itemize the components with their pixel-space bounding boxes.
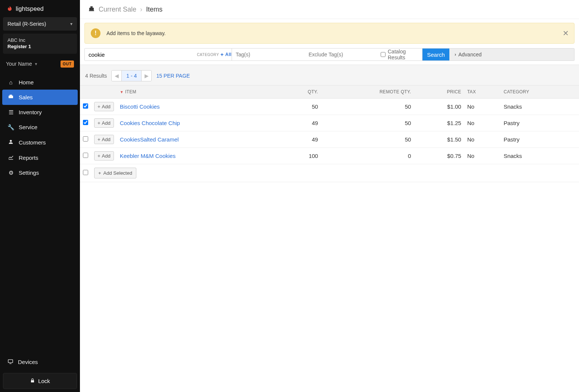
store-block[interactable]: ABC Inc Register 1 (3, 34, 77, 54)
row-checkbox[interactable] (83, 153, 88, 158)
add-button[interactable]: +Add (94, 118, 114, 128)
plus-icon: + (220, 52, 224, 57)
out-badge[interactable]: OUT (61, 60, 74, 68)
catalog-results-toggle[interactable]: Catalog Results (378, 49, 422, 60)
cell-tax: No (464, 148, 501, 164)
item-link[interactable]: CookiesSalted Caramel (120, 136, 179, 143)
tags-input[interactable] (232, 49, 305, 60)
cell-remote-qty: 50 (321, 115, 414, 131)
banner-text: Add items to the layaway. (106, 30, 165, 36)
row-checkbox[interactable] (83, 103, 88, 109)
add-label: Add (102, 120, 111, 126)
chevron-down-icon: ▾ (70, 21, 72, 27)
company-name: ABC Inc (7, 37, 72, 44)
devices-icon (7, 358, 13, 365)
category-filter[interactable]: CATEGORY +All (197, 49, 232, 60)
cell-category: Snacks (501, 99, 579, 115)
user-menu[interactable]: Your Name ▼ (6, 61, 38, 67)
col-price[interactable]: PRICE (414, 85, 464, 99)
select-all-checkbox[interactable] (83, 170, 88, 175)
col-remote-qty[interactable]: REMOTE QTY. (321, 85, 414, 99)
plus-icon: + (97, 153, 100, 159)
nav-customers[interactable]: Customers (0, 135, 80, 150)
advanced-toggle[interactable]: › Advanced (449, 49, 574, 60)
cell-qty: 49 (281, 131, 321, 148)
nav-label: Customers (19, 139, 46, 146)
plus-icon: + (97, 120, 100, 126)
col-checkbox (80, 85, 91, 99)
nav-home[interactable]: ⌂ Home (0, 75, 80, 90)
chevron-right-icon: › (455, 52, 456, 57)
svg-rect-7 (89, 8, 94, 10)
flame-icon (6, 5, 13, 13)
cell-price: $1.00 (414, 99, 464, 115)
svg-rect-1 (10, 94, 12, 96)
pager-range[interactable]: 1 - 4 (121, 71, 142, 81)
svg-point-2 (10, 140, 12, 141)
add-selected-label: Add Selected (103, 170, 132, 176)
col-tax[interactable]: TAX (464, 85, 501, 99)
warning-icon: ! (91, 28, 100, 38)
add-button[interactable]: +Add (94, 102, 114, 111)
nav-label: Settings (19, 169, 39, 176)
cell-price: $0.75 (414, 148, 464, 164)
lock-button[interactable]: Lock (3, 373, 77, 389)
cell-remote-qty: 50 (321, 99, 414, 115)
chevron-right-icon: › (140, 6, 142, 13)
plus-icon: + (97, 104, 100, 109)
nav-label: Sales (19, 94, 33, 100)
catalog-checkbox[interactable] (381, 52, 386, 57)
col-qty[interactable]: QTY. (281, 85, 321, 99)
brand-logo: lightspeed (0, 0, 80, 17)
home-icon: ⌂ (7, 79, 14, 85)
breadcrumb-parent[interactable]: Current Sale (99, 6, 136, 13)
reports-icon (7, 154, 14, 161)
close-icon[interactable]: ✕ (563, 29, 569, 38)
cell-qty: 50 (281, 99, 321, 115)
table-row: +AddCookies Chocolate Chip4950$1.25NoPas… (80, 115, 579, 131)
search-input[interactable] (85, 49, 197, 60)
row-checkbox[interactable] (83, 120, 88, 125)
add-button[interactable]: +Add (94, 151, 114, 161)
cell-category: Pastry (501, 131, 579, 148)
nav-sales[interactable]: Sales (2, 90, 78, 105)
cell-category: Snacks (501, 148, 579, 164)
nav-service[interactable]: 🔧 Service (0, 120, 80, 135)
item-link[interactable]: Cookies Chocolate Chip (120, 120, 180, 126)
item-link[interactable]: Keebler M&M Cookies (120, 153, 176, 159)
register-icon (88, 5, 95, 13)
item-link[interactable]: Biscotti Cookies (120, 103, 160, 110)
nav-settings[interactable]: ⚙ Settings (0, 165, 80, 180)
pager-next[interactable]: ▶ (142, 71, 151, 81)
row-checkbox[interactable] (83, 136, 88, 141)
add-button[interactable]: +Add (94, 135, 114, 144)
svg-rect-6 (31, 380, 34, 382)
nav-reports[interactable]: Reports (0, 150, 80, 165)
per-page-selector[interactable]: 15 PER PAGE (156, 73, 190, 79)
results-table: ▼ITEM QTY. REMOTE QTY. PRICE TAX CATEGOR… (80, 85, 579, 182)
nav-inventory[interactable]: ☰ Inventory (0, 105, 80, 120)
plus-icon: + (98, 170, 101, 176)
results-count: 4 Results (85, 73, 107, 79)
sort-down-icon: ▼ (120, 90, 124, 94)
pager-prev[interactable]: ◀ (112, 71, 121, 81)
main-nav: ⌂ Home Sales ☰ Inventory 🔧 Service Custo… (0, 75, 80, 180)
cell-price: $1.50 (414, 131, 464, 148)
nav-devices[interactable]: Devices (0, 354, 80, 370)
exclude-tags-input[interactable] (305, 49, 378, 60)
results-toolbar: 4 Results ◀ 1 - 4 ▶ 15 PER PAGE (80, 65, 579, 85)
add-label: Add (102, 137, 111, 142)
table-footer-row: + Add Selected (80, 164, 579, 182)
sidebar: lightspeed Retail (R-Series) ▾ ABC Inc R… (0, 0, 80, 392)
add-selected-button[interactable]: + Add Selected (94, 168, 136, 178)
nav-label: Service (19, 124, 37, 130)
nav-label: Reports (19, 155, 38, 161)
col-item[interactable]: ▼ITEM (117, 85, 281, 99)
col-add (91, 85, 117, 99)
series-selector[interactable]: Retail (R-Series) ▾ (3, 17, 77, 31)
user-row: Your Name ▼ OUT (0, 58, 80, 73)
search-button[interactable]: Search (422, 49, 449, 60)
chevron-down-icon: ▼ (34, 62, 38, 66)
info-banner: ! Add items to the layaway. ✕ (84, 23, 575, 44)
col-category[interactable]: CATEGORY (501, 85, 579, 99)
